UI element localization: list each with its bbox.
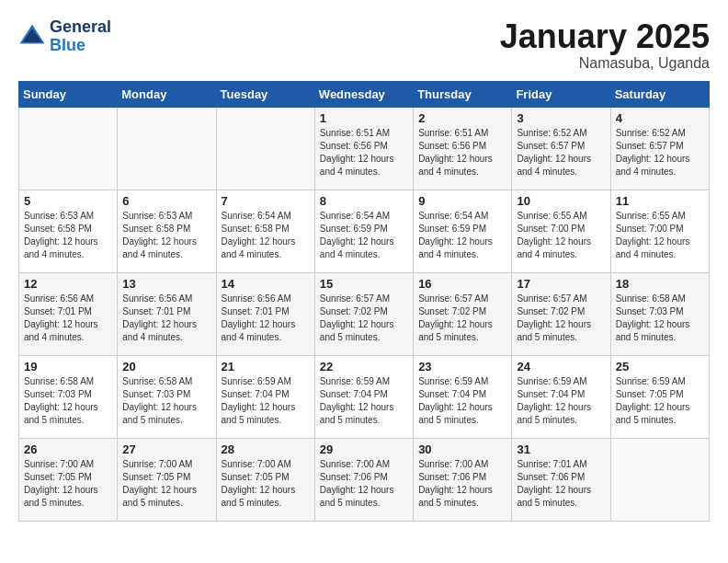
table-row: 6Sunrise: 6:53 AM Sunset: 6:58 PM Daylig…: [118, 190, 216, 272]
cell-content: Sunrise: 6:53 AM Sunset: 6:58 PM Dayligh…: [24, 210, 112, 261]
day-number: 23: [418, 360, 506, 373]
table-row: 5Sunrise: 6:53 AM Sunset: 6:58 PM Daylig…: [19, 190, 118, 272]
col-tuesday: Tuesday: [216, 81, 314, 107]
table-row: 21Sunrise: 6:59 AM Sunset: 7:04 PM Dayli…: [216, 355, 314, 438]
table-row: 26Sunrise: 7:00 AM Sunset: 7:05 PM Dayli…: [19, 438, 118, 521]
day-number: 12: [24, 277, 112, 291]
table-row: 24Sunrise: 6:59 AM Sunset: 7:04 PM Dayli…: [512, 355, 610, 438]
cell-content: Sunrise: 6:53 AM Sunset: 6:58 PM Dayligh…: [122, 210, 210, 261]
cell-content: Sunrise: 7:00 AM Sunset: 7:05 PM Dayligh…: [24, 458, 112, 510]
cell-content: Sunrise: 7:00 AM Sunset: 7:06 PM Dayligh…: [418, 458, 506, 510]
cell-content: Sunrise: 6:54 AM Sunset: 6:59 PM Dayligh…: [418, 210, 506, 261]
table-row: 29Sunrise: 7:00 AM Sunset: 7:06 PM Dayli…: [314, 438, 413, 521]
table-row: 25Sunrise: 6:59 AM Sunset: 7:05 PM Dayli…: [610, 355, 709, 438]
table-row: 8Sunrise: 6:54 AM Sunset: 6:59 PM Daylig…: [314, 190, 413, 272]
table-row: 27Sunrise: 7:00 AM Sunset: 7:05 PM Dayli…: [118, 438, 216, 521]
day-number: 16: [418, 277, 506, 291]
cell-content: Sunrise: 6:58 AM Sunset: 7:03 PM Dayligh…: [24, 375, 112, 427]
day-number: 2: [418, 111, 506, 125]
cell-content: Sunrise: 6:52 AM Sunset: 6:57 PM Dayligh…: [616, 127, 704, 178]
cell-content: Sunrise: 6:51 AM Sunset: 6:56 PM Dayligh…: [418, 127, 506, 178]
table-row: 20Sunrise: 6:58 AM Sunset: 7:03 PM Dayli…: [118, 355, 216, 438]
day-number: 30: [418, 442, 506, 456]
col-saturday: Saturday: [610, 81, 709, 107]
cell-content: Sunrise: 6:59 AM Sunset: 7:05 PM Dayligh…: [616, 375, 704, 427]
table-row: 31Sunrise: 7:01 AM Sunset: 7:06 PM Dayli…: [512, 438, 610, 521]
calendar-week-row: 26Sunrise: 7:00 AM Sunset: 7:05 PM Dayli…: [19, 438, 710, 521]
calendar-week-row: 12Sunrise: 6:56 AM Sunset: 7:01 PM Dayli…: [19, 272, 710, 355]
day-number: 20: [122, 360, 210, 373]
day-number: 21: [222, 360, 310, 373]
table-row: 7Sunrise: 6:54 AM Sunset: 6:58 PM Daylig…: [216, 190, 314, 272]
logo-icon: [18, 23, 46, 51]
table-row: 23Sunrise: 6:59 AM Sunset: 7:04 PM Dayli…: [414, 355, 512, 438]
cell-content: Sunrise: 6:54 AM Sunset: 6:58 PM Dayligh…: [222, 210, 310, 261]
day-number: 3: [517, 111, 605, 125]
table-row: 2Sunrise: 6:51 AM Sunset: 6:56 PM Daylig…: [414, 107, 512, 190]
cell-content: Sunrise: 6:57 AM Sunset: 7:02 PM Dayligh…: [320, 293, 408, 344]
cell-content: Sunrise: 6:58 AM Sunset: 7:03 PM Dayligh…: [122, 375, 210, 427]
day-number: 24: [517, 360, 605, 373]
cell-content: Sunrise: 6:55 AM Sunset: 7:00 PM Dayligh…: [616, 210, 704, 261]
table-row: 15Sunrise: 6:57 AM Sunset: 7:02 PM Dayli…: [314, 272, 413, 355]
table-row: [610, 438, 709, 521]
calendar-week-row: 19Sunrise: 6:58 AM Sunset: 7:03 PM Dayli…: [19, 355, 710, 438]
logo-text: General Blue: [50, 18, 111, 55]
table-row: 18Sunrise: 6:58 AM Sunset: 7:03 PM Dayli…: [610, 272, 709, 355]
table-row: 10Sunrise: 6:55 AM Sunset: 7:00 PM Dayli…: [512, 190, 610, 272]
cell-content: Sunrise: 6:58 AM Sunset: 7:03 PM Dayligh…: [616, 293, 704, 344]
day-number: 5: [24, 194, 112, 208]
day-number: 10: [517, 194, 605, 208]
day-number: 19: [24, 360, 112, 373]
day-number: 28: [222, 442, 310, 456]
table-row: 28Sunrise: 7:00 AM Sunset: 7:05 PM Dayli…: [216, 438, 314, 521]
title-block: January 2025 Namasuba, Uganda: [500, 18, 710, 72]
table-row: 19Sunrise: 6:58 AM Sunset: 7:03 PM Dayli…: [19, 355, 118, 438]
cell-content: Sunrise: 6:52 AM Sunset: 6:57 PM Dayligh…: [517, 127, 605, 178]
logo: General Blue: [18, 18, 111, 55]
cell-content: Sunrise: 6:55 AM Sunset: 7:00 PM Dayligh…: [517, 210, 605, 261]
cell-content: Sunrise: 6:56 AM Sunset: 7:01 PM Dayligh…: [222, 293, 310, 344]
table-row: [118, 107, 216, 190]
day-number: 17: [517, 277, 605, 291]
cell-content: Sunrise: 7:00 AM Sunset: 7:06 PM Dayligh…: [320, 458, 408, 510]
cell-content: Sunrise: 6:51 AM Sunset: 6:56 PM Dayligh…: [320, 127, 408, 178]
cell-content: Sunrise: 6:57 AM Sunset: 7:02 PM Dayligh…: [517, 293, 605, 344]
col-monday: Monday: [118, 81, 216, 107]
day-number: 22: [320, 360, 408, 373]
table-row: 30Sunrise: 7:00 AM Sunset: 7:06 PM Dayli…: [414, 438, 512, 521]
cell-content: Sunrise: 6:59 AM Sunset: 7:04 PM Dayligh…: [517, 375, 605, 427]
day-number: 7: [222, 194, 310, 208]
cell-content: Sunrise: 6:59 AM Sunset: 7:04 PM Dayligh…: [320, 375, 408, 427]
day-number: 25: [616, 360, 704, 373]
table-row: 4Sunrise: 6:52 AM Sunset: 6:57 PM Daylig…: [610, 107, 709, 190]
table-row: 1Sunrise: 6:51 AM Sunset: 6:56 PM Daylig…: [314, 107, 413, 190]
day-number: 13: [122, 277, 210, 291]
col-friday: Friday: [512, 81, 610, 107]
calendar-table: Sunday Monday Tuesday Wednesday Thursday…: [18, 81, 710, 522]
day-number: 6: [122, 194, 210, 208]
cell-content: Sunrise: 6:56 AM Sunset: 7:01 PM Dayligh…: [122, 293, 210, 344]
calendar-title: January 2025: [500, 18, 710, 55]
day-number: 15: [320, 277, 408, 291]
day-number: 4: [616, 111, 704, 125]
cell-content: Sunrise: 6:56 AM Sunset: 7:01 PM Dayligh…: [24, 293, 112, 344]
calendar-subtitle: Namasuba, Uganda: [500, 55, 710, 72]
day-number: 9: [418, 194, 506, 208]
cell-content: Sunrise: 6:59 AM Sunset: 7:04 PM Dayligh…: [418, 375, 506, 427]
day-number: 8: [320, 194, 408, 208]
table-row: 17Sunrise: 6:57 AM Sunset: 7:02 PM Dayli…: [512, 272, 610, 355]
table-row: 22Sunrise: 6:59 AM Sunset: 7:04 PM Dayli…: [314, 355, 413, 438]
table-row: 11Sunrise: 6:55 AM Sunset: 7:00 PM Dayli…: [610, 190, 709, 272]
cell-content: Sunrise: 7:01 AM Sunset: 7:06 PM Dayligh…: [517, 458, 605, 510]
page-header: General Blue January 2025 Namasuba, Ugan…: [18, 18, 710, 72]
col-sunday: Sunday: [19, 81, 118, 107]
cell-content: Sunrise: 6:59 AM Sunset: 7:04 PM Dayligh…: [222, 375, 310, 427]
table-row: 3Sunrise: 6:52 AM Sunset: 6:57 PM Daylig…: [512, 107, 610, 190]
calendar-header-row: Sunday Monday Tuesday Wednesday Thursday…: [19, 81, 710, 107]
cell-content: Sunrise: 7:00 AM Sunset: 7:05 PM Dayligh…: [122, 458, 210, 510]
cell-content: Sunrise: 6:54 AM Sunset: 6:59 PM Dayligh…: [320, 210, 408, 261]
day-number: 29: [320, 442, 408, 456]
table-row: 9Sunrise: 6:54 AM Sunset: 6:59 PM Daylig…: [414, 190, 512, 272]
table-row: [216, 107, 314, 190]
